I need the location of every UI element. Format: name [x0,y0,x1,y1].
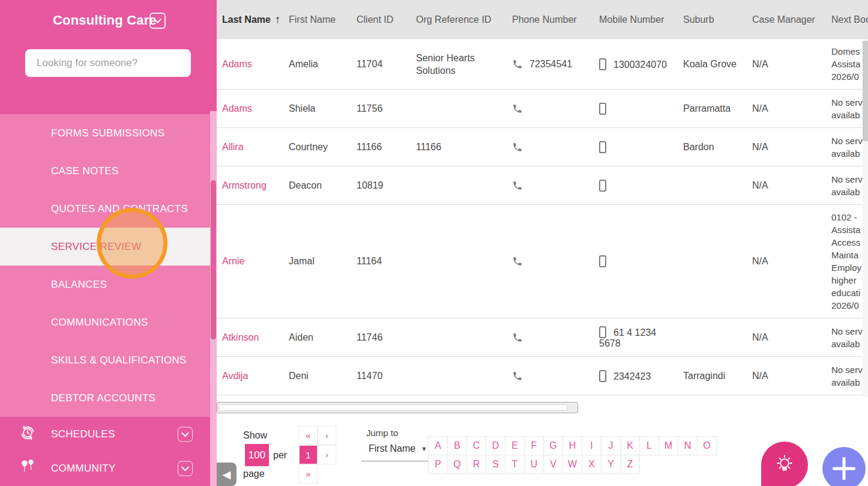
sidebar-item-community[interactable]: COMMUNITY [0,451,210,485]
title-dropdown-button[interactable] [149,13,166,29]
alphabet-letter[interactable]: Y [601,455,621,474]
previous-page-button[interactable]: ‹ [318,426,336,445]
phone-icon [512,256,523,267]
client-last-name-link[interactable]: Atkinson [222,332,259,342]
sidebar-item-service-review[interactable]: SERVICE REVIEW [0,228,210,266]
alphabet-letter[interactable]: G [543,436,563,455]
sidebar-item-quotes-and-contracts[interactable]: QUOTES AND CONTRACTS [0,190,210,228]
last-page-button[interactable]: » [299,464,318,484]
cell-phone-number: 72354541 [529,59,572,69]
sidebar-item-skills-qualifications[interactable]: SKILLS & QUALIFICATIONS [0,341,210,379]
cell-org-reference-id: Senior Hearts Solutions [416,52,512,77]
alphabet-letter[interactable]: P [428,455,448,474]
cell-suburb: Koala Grove [683,59,752,70]
sidebar-item-communications[interactable]: COMMUNICATIONS [0,303,210,341]
alphabet-letter[interactable]: D [486,436,505,455]
column-header-phone-number[interactable]: Phone Number [512,14,599,25]
next-page-button[interactable]: › [318,445,336,464]
client-last-name-link[interactable]: Adams [222,103,252,114]
table-row[interactable]: Adams Shiela 11756 Parramatta N/A No ser… [217,90,868,128]
alphabet-letter[interactable]: Z [620,455,640,474]
page-label: page [243,469,265,479]
cell-client-id: 11470 [357,371,416,381]
alphabet-letter[interactable]: T [505,455,525,474]
client-last-name-link[interactable]: Avdija [222,371,248,381]
client-last-name-link[interactable]: Arnie [222,256,244,266]
cell-first-name: Shiela [289,103,357,114]
cell-case-manager: N/A [752,142,831,153]
alphabet-letter[interactable]: F [524,436,544,455]
alphabet-letter[interactable]: K [620,436,640,455]
first-page-button[interactable]: « [299,426,318,445]
alphabet-letter[interactable]: I [582,436,601,455]
column-header-next-booking[interactable]: Next Boo [831,14,868,25]
client-last-name-link[interactable]: Adams [222,59,252,69]
sidebar-item-case-notes[interactable]: CASE NOTES [0,152,210,190]
sidebar-item-forms-submissions[interactable]: FORMS SUBMISSIONS [0,114,210,152]
sidebar-item-debtor-accounts[interactable]: DEBTOR ACCOUNTS [0,379,210,417]
sidebar-collapse-button[interactable]: ◀ [217,463,237,486]
add-button[interactable] [822,447,866,486]
client-last-name-link[interactable]: Allira [222,142,244,152]
search-input[interactable] [25,49,191,77]
jump-to-select[interactable]: First Name ▼ [361,443,431,461]
alphabet-letter[interactable]: U [524,455,544,474]
table-body: Adams Amelia 11704 Senior Hearts Solutio… [217,39,868,395]
column-header-last-name[interactable]: Last Name ↑ [217,13,289,26]
alphabet-letter[interactable]: C [466,436,486,455]
table-row[interactable]: Atkinson Aiden 11746 61 4 1234 5678 N/A … [217,318,868,357]
alphabet-letter[interactable]: R [466,455,486,474]
alphabet-letter[interactable]: B [447,436,467,455]
alphabet-letter[interactable]: Q [447,455,467,474]
table-header-row: Last Name ↑ First Name Client ID Org Ref… [217,0,868,39]
table-horizontal-scrollbar[interactable] [217,402,578,413]
column-header-client-id[interactable]: Client ID [357,14,416,25]
sidebar-item-schedules[interactable]: SCHEDULES [0,417,210,451]
schedules-expand-button[interactable] [178,427,193,442]
table-row[interactable]: Adams Amelia 11704 Senior Hearts Solutio… [217,39,868,90]
column-header-org-reference-id[interactable]: Org Reference ID [416,14,512,25]
mobile-icon [599,103,606,115]
alphabet-letter[interactable]: L [639,436,659,455]
alphabet-letter[interactable]: V [543,455,563,474]
alphabet-letter[interactable]: W [562,455,582,474]
alphabet-letter[interactable]: O [697,436,717,455]
cell-case-manager: N/A [752,103,831,114]
table-horizontal-scrollbar-thumb[interactable] [219,404,567,411]
table-row[interactable]: Arnie Jamal 11164 N/A 0102 - Assista Acc… [217,205,868,318]
jump-to-label: Jump to [366,428,431,438]
alphabet-letter[interactable]: J [601,436,621,455]
cell-case-manager: N/A [752,256,831,267]
community-expand-button[interactable] [178,461,193,476]
table-row[interactable]: Armstrong Deacon 10819 N/A No serv avail… [217,166,868,205]
column-header-mobile-number[interactable]: Mobile Number [599,14,683,25]
cell-mobile-number: 1300324070 [613,59,667,70]
sidebar-scrollbar-thumb[interactable] [211,180,216,339]
sidebar-bottom-menu: SCHEDULES COMMUNITY [0,417,210,485]
column-header-first-name[interactable]: First Name [289,14,357,25]
column-header-label: Last Name [222,14,271,25]
alphabet-letter[interactable]: A [428,436,448,455]
column-header-case-manager[interactable]: Case Manager [752,14,831,25]
cell-mobile-number: 61 4 1234 5678 [599,327,656,348]
alphabet-letter[interactable]: E [505,436,525,455]
table-vertical-scrollbar-thumb[interactable] [863,41,868,141]
table-row[interactable]: Avdija Deni 11470 2342423 Tarragindi N/A… [217,357,868,395]
current-page-button[interactable]: 1 [299,445,318,464]
column-header-suburb[interactable]: Suburb [683,14,752,25]
jump-to-group: Jump to First Name ▼ [361,428,431,461]
alphabet-letter[interactable]: H [562,436,582,455]
community-balloons-icon [19,458,39,478]
alphabet-letter[interactable]: S [486,455,505,474]
table-row[interactable]: Allira Courtney 11166 11166 Bardon N/A N… [217,128,868,166]
alphabet-letter[interactable]: M [659,436,678,455]
alphabet-letter[interactable]: N [678,436,698,455]
alphabet-row: A B C D E F G H I J K L M N O [428,436,717,455]
client-last-name-link[interactable]: Armstrong [222,180,267,190]
alphabet-letter[interactable]: X [582,455,601,474]
sidebar-scrollbar[interactable] [210,111,217,486]
hint-lightbulb-button[interactable] [761,442,808,486]
table-vertical-scrollbar[interactable] [863,39,868,397]
page-size-selector[interactable]: 100 [245,444,269,466]
sidebar-item-balances[interactable]: BALANCES [0,266,210,303]
